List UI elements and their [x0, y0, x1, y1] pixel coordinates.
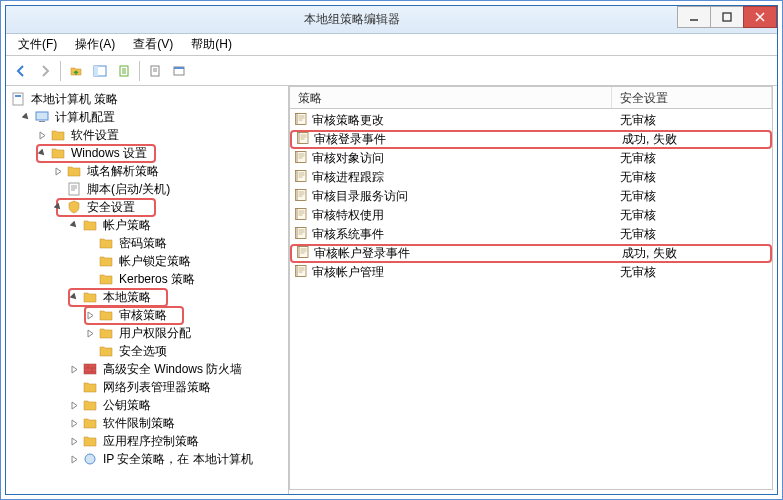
refresh-button[interactable]	[144, 60, 166, 82]
script-icon	[66, 181, 82, 197]
policy-icon	[294, 169, 308, 186]
expand-icon[interactable]	[84, 327, 96, 339]
list-body[interactable]: 审核策略更改无审核审核登录事件成功, 失败审核对象访问无审核审核进程跟踪无审核审…	[290, 109, 772, 489]
tree-node-account-policy[interactable]: 帐户策略	[8, 216, 286, 234]
policy-icon	[294, 188, 308, 205]
tree-node-sec-options[interactable]: 安全选项	[8, 342, 286, 360]
tree-node-adv-firewall[interactable]: 高级安全 Windows 防火墙	[8, 360, 286, 378]
list-row[interactable]: 审核特权使用无审核	[290, 206, 772, 225]
tree-node-computer-config[interactable]: 计算机配置	[8, 108, 286, 126]
policy-icon	[296, 131, 310, 148]
tree-node-srp[interactable]: 软件限制策略	[8, 414, 286, 432]
tree-node-nlm[interactable]: 网络列表管理器策略	[8, 378, 286, 396]
menu-view[interactable]: 查看(V)	[125, 34, 181, 55]
menu-file[interactable]: 文件(F)	[10, 34, 65, 55]
folder-icon	[98, 325, 114, 341]
column-header-policy[interactable]: 策略	[290, 87, 612, 108]
svg-rect-20	[299, 133, 308, 144]
tree-node-audit-policy[interactable]: 审核策略	[8, 306, 286, 324]
policy-setting: 无审核	[616, 226, 768, 243]
svg-rect-5	[94, 66, 98, 76]
export-button[interactable]	[113, 60, 135, 82]
computer-icon	[34, 109, 50, 125]
folder-icon	[50, 145, 66, 161]
list-row[interactable]: 审核帐户登录事件成功, 失败	[290, 244, 772, 263]
tree-pane[interactable]: 本地计算机 策略 计算机配置 软件设置 Windows 设置 域名解析策	[6, 86, 289, 494]
list-pane: 策略 安全设置 审核策略更改无审核审核登录事件成功, 失败审核对象访问无审核审核…	[289, 86, 773, 490]
collapse-icon[interactable]	[20, 111, 32, 123]
tree-node-windows-settings[interactable]: Windows 设置	[8, 144, 286, 162]
policy-root-icon	[10, 91, 26, 107]
policy-icon	[294, 112, 308, 129]
tree-node-root[interactable]: 本地计算机 策略	[8, 90, 286, 108]
expand-icon[interactable]	[68, 453, 80, 465]
forward-button[interactable]	[34, 60, 56, 82]
policy-name: 审核进程跟踪	[312, 169, 384, 186]
svg-rect-10	[13, 93, 23, 105]
folder-icon	[98, 343, 114, 359]
collapse-icon[interactable]	[68, 291, 80, 303]
list-header: 策略 安全设置	[290, 87, 772, 109]
tree-node-dns[interactable]: 域名解析策略	[8, 162, 286, 180]
tree-node-scripts[interactable]: 脚本(启动/关机)	[8, 180, 286, 198]
column-header-setting[interactable]: 安全设置	[612, 87, 772, 108]
policy-name: 审核帐户登录事件	[314, 245, 410, 262]
policy-name: 审核系统事件	[312, 226, 384, 243]
folder-icon	[98, 307, 114, 323]
tree-node-security[interactable]: 安全设置	[8, 198, 286, 216]
expand-icon[interactable]	[68, 435, 80, 447]
menu-help[interactable]: 帮助(H)	[183, 34, 240, 55]
svg-rect-13	[39, 121, 45, 122]
close-button[interactable]	[743, 6, 777, 28]
minimize-button[interactable]	[677, 6, 711, 28]
expand-icon[interactable]	[36, 129, 48, 141]
folder-icon	[98, 235, 114, 251]
maximize-button[interactable]	[710, 6, 744, 28]
show-hide-tree-button[interactable]	[89, 60, 111, 82]
tree-node-user-rights[interactable]: 用户权限分配	[8, 324, 286, 342]
policy-icon	[294, 207, 308, 224]
folder-icon	[82, 379, 98, 395]
menu-action[interactable]: 操作(A)	[67, 34, 123, 55]
policy-name: 审核目录服务访问	[312, 188, 408, 205]
policy-icon	[296, 245, 310, 262]
policy-setting: 无审核	[616, 188, 768, 205]
up-button[interactable]	[65, 60, 87, 82]
tree-node-software[interactable]: 软件设置	[8, 126, 286, 144]
folder-icon	[82, 397, 98, 413]
policy-icon	[294, 150, 308, 167]
folder-icon	[98, 253, 114, 269]
expand-icon[interactable]	[52, 165, 64, 177]
collapse-icon[interactable]	[52, 201, 64, 213]
tree-node-ipsec[interactable]: IP 安全策略，在 本地计算机	[8, 450, 286, 468]
collapse-icon[interactable]	[36, 147, 48, 159]
list-row[interactable]: 审核对象访问无审核	[290, 149, 772, 168]
expand-icon[interactable]	[68, 399, 80, 411]
folder-icon	[82, 217, 98, 233]
policy-setting: 无审核	[616, 150, 768, 167]
list-row[interactable]: 审核策略更改无审核	[290, 111, 772, 130]
properties-button[interactable]	[168, 60, 190, 82]
list-row[interactable]: 审核目录服务访问无审核	[290, 187, 772, 206]
folder-icon	[82, 433, 98, 449]
policy-name: 审核策略更改	[312, 112, 384, 129]
collapse-icon[interactable]	[68, 219, 80, 231]
svg-rect-9	[174, 67, 184, 69]
ipsec-icon	[82, 451, 98, 467]
policy-setting: 成功, 失败	[618, 245, 766, 262]
back-button[interactable]	[10, 60, 32, 82]
list-row[interactable]: 审核进程跟踪无审核	[290, 168, 772, 187]
expand-icon[interactable]	[68, 363, 80, 375]
list-row[interactable]: 审核系统事件无审核	[290, 225, 772, 244]
tree-node-app-ctrl[interactable]: 应用程序控制策略	[8, 432, 286, 450]
expand-icon[interactable]	[84, 309, 96, 321]
list-row[interactable]: 审核帐户管理无审核	[290, 263, 772, 282]
expand-icon[interactable]	[68, 417, 80, 429]
tree-node-lockout-policy[interactable]: 帐户锁定策略	[8, 252, 286, 270]
tree-node-pubkey[interactable]: 公钥策略	[8, 396, 286, 414]
tree-node-kerberos[interactable]: Kerberos 策略	[8, 270, 286, 288]
svg-rect-11	[15, 95, 21, 97]
list-row[interactable]: 审核登录事件成功, 失败	[290, 130, 772, 149]
tree-node-local-policy[interactable]: 本地策略	[8, 288, 286, 306]
tree-node-password-policy[interactable]: 密码策略	[8, 234, 286, 252]
